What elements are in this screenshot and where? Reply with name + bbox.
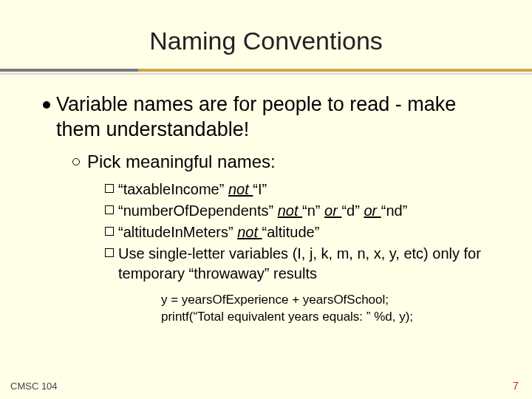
level3-text: Use single-letter variables (I, j, k, m,… [118, 244, 489, 284]
level3-text: “taxableIncome” not “I” [118, 180, 267, 200]
disc-bullet-icon [43, 101, 50, 109]
circle-bullet-icon [72, 158, 80, 166]
bad-name: “nd” [381, 202, 408, 219]
bad-name: “d” [341, 202, 359, 219]
footer-page-number: 7 [513, 379, 519, 392]
bad-name: “I” [253, 181, 267, 197]
square-bullet-icon [105, 227, 114, 236]
bad-name: “n” [302, 202, 320, 219]
or-word: or [324, 202, 341, 219]
title-divider [0, 69, 532, 72]
footer-course-code: CMSC 104 [10, 381, 58, 392]
slide-body: Variable names are for people to read - … [0, 75, 532, 326]
level2-item: Pick meaningful names: [72, 151, 489, 172]
bad-name: “altitude” [262, 224, 320, 240]
good-name: “taxableIncome” [118, 181, 224, 197]
level2-text: Pick meaningful names: [87, 151, 276, 172]
square-bullet-icon [105, 205, 114, 214]
good-name: “altitudeInMeters” [118, 224, 233, 240]
square-bullet-icon [105, 248, 114, 257]
code-line: printf(“Total equivalent years equals: ”… [161, 308, 489, 326]
slide: Naming Conventions Variable names are fo… [0, 0, 532, 399]
level1-item: Variable names are for people to read - … [43, 92, 489, 143]
code-example: y = yearsOfExperience + yearsOfSchool; p… [161, 291, 489, 327]
level3-text: “altitudeInMeters” not “altitude” [118, 222, 319, 242]
square-bullet-icon [105, 184, 114, 193]
level3-list: “taxableIncome” not “I” “numberOfDepende… [105, 180, 489, 284]
code-line: y = yearsOfExperience + yearsOfSchool; [161, 291, 489, 309]
level3-item: “taxableIncome” not “I” [105, 180, 489, 200]
not-word: not [228, 181, 253, 197]
level1-text: Variable names are for people to read - … [56, 92, 489, 143]
level3-item: “altitudeInMeters” not “altitude” [105, 222, 489, 242]
not-word: not [237, 224, 262, 240]
level3-item: Use single-letter variables (I, j, k, m,… [105, 244, 489, 284]
level3-text: “numberOfDependents” not “n” or “d” or “… [118, 201, 407, 221]
or-word: or [364, 202, 381, 219]
slide-title: Naming Conventions [0, 0, 532, 69]
good-name: “numberOfDependents” [118, 202, 273, 219]
level3-item: “numberOfDependents” not “n” or “d” or “… [105, 201, 489, 221]
not-word: not [278, 202, 302, 219]
